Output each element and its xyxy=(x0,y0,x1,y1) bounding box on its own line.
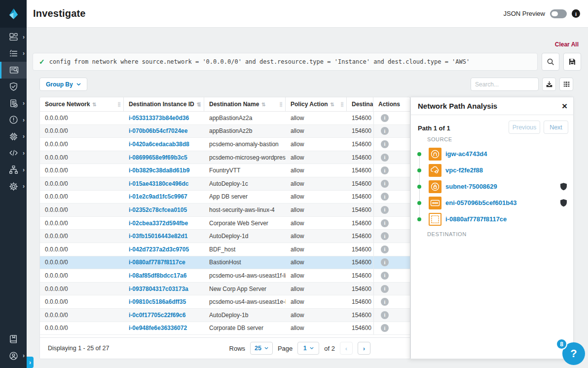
column-header-destination-instance-id[interactable]: Destination Instance ID ⇅⣿ xyxy=(124,97,204,111)
table-row[interactable]: 0.0.0.0/0 i-053313373b84e0d36 appBastion… xyxy=(40,112,410,125)
table-search-input[interactable] xyxy=(475,81,551,88)
run-search-button[interactable] xyxy=(542,53,559,71)
instance-id-link[interactable]: i-03fb15016443e82d1 xyxy=(129,233,187,240)
table-row[interactable]: 0.0.0.0/0 i-0937804317c03173a New Corp A… xyxy=(40,283,410,296)
resource-link[interactable]: eni-057096b5cef601b43 xyxy=(445,199,517,206)
instance-id-link[interactable]: i-0b3829c38da8d61b9 xyxy=(129,167,189,174)
sidebar-item-user-profile[interactable]: › xyxy=(0,347,27,364)
sidebar-item-settings-gear[interactable]: › xyxy=(0,178,27,195)
table-row[interactable]: 0.0.0.0/0 i-0b3829c38da8d61b9 FountryVTT… xyxy=(40,164,410,177)
instance-id-link[interactable]: i-070b06b54cf7024ee xyxy=(129,127,187,134)
table-row[interactable]: 0.0.0.0/0 i-08af85df8bdcc17a6 pcsdemo-us… xyxy=(40,269,410,283)
sidebar-item-investigate[interactable] xyxy=(0,62,27,79)
instance-id-link[interactable]: i-0420a6cedacab38d8 xyxy=(129,141,189,148)
next-page-button[interactable]: › xyxy=(358,342,370,355)
sidebar-item-compute-chip[interactable]: › xyxy=(0,128,27,145)
resource-link[interactable]: i-0880af7787f8117ce xyxy=(445,215,507,223)
cell-destination: 154600 xyxy=(347,243,373,256)
column-header-policy-action[interactable]: Policy Action ⇅⣿ xyxy=(286,97,347,111)
drag-handle-icon[interactable]: ⣿ xyxy=(117,102,120,107)
info-icon[interactable]: i xyxy=(381,324,389,332)
instance-id-link[interactable]: i-01e2c9ad1fc5c9967 xyxy=(129,193,187,200)
info-icon[interactable]: i xyxy=(381,285,389,293)
info-icon[interactable]: i xyxy=(381,206,389,214)
path-next-button[interactable]: Next xyxy=(544,121,568,134)
info-icon[interactable]: i xyxy=(381,245,389,253)
info-icon[interactable]: i xyxy=(381,272,389,280)
sidebar-item-network-topology[interactable]: › xyxy=(0,162,27,178)
info-icon[interactable]: i xyxy=(381,154,389,162)
table-row[interactable]: 0.0.0.0/0 i-0c0f17705c22f69c6 AutoDeploy… xyxy=(40,309,410,322)
sidebar-item-runbooks[interactable]: › xyxy=(0,45,27,62)
table-row[interactable]: 0.0.0.0/0 i-08699658e9f69b3c5 pcsdemo-mi… xyxy=(40,151,410,164)
info-icon[interactable]: i xyxy=(381,232,389,240)
sidebar-item-shield-check[interactable] xyxy=(0,79,27,95)
info-icon[interactable]: i xyxy=(381,193,389,201)
column-settings-button[interactable] xyxy=(559,78,573,91)
instance-id-link[interactable]: i-0e948fe6e36336072 xyxy=(129,325,187,331)
column-label: Destination Name xyxy=(209,101,259,108)
info-icon[interactable]: i xyxy=(381,298,389,306)
instance-id-link[interactable]: i-042d7237a2d3c9705 xyxy=(129,246,189,253)
drag-handle-icon[interactable]: ⣿ xyxy=(340,102,343,107)
instance-id-link[interactable]: i-053313373b84e0d36 xyxy=(129,115,189,122)
instance-id-link[interactable]: i-02352c78cfcea0105 xyxy=(129,206,187,213)
info-icon[interactable]: i xyxy=(381,180,389,188)
resource-link[interactable]: igw-ac4743d4 xyxy=(445,150,487,158)
table-row[interactable]: 0.0.0.0/0 i-02cbea3372d594fbe Corporate … xyxy=(40,217,410,230)
sidebar-expand-button[interactable]: › xyxy=(27,357,34,368)
info-icon[interactable]: i xyxy=(381,127,389,135)
save-search-button[interactable] xyxy=(563,53,581,71)
instance-id-link[interactable]: i-0c0f17705c22f69c6 xyxy=(129,312,185,319)
table-row[interactable]: 0.0.0.0/0 i-0880af7787f8117ce BastionHos… xyxy=(40,256,410,270)
instance-id-link[interactable]: i-02cbea3372d594fbe xyxy=(129,220,188,227)
drag-handle-icon[interactable]: ⣿ xyxy=(198,102,201,107)
group-by-button[interactable]: Group By xyxy=(39,78,87,91)
table-row[interactable]: 0.0.0.0/0 i-0e948fe6e36336072 Corporate … xyxy=(40,322,410,335)
query-input[interactable]: ✓ config from network where source.netwo… xyxy=(33,53,538,71)
drag-handle-icon[interactable]: ⣿ xyxy=(279,102,282,107)
clear-all-button[interactable]: Clear All xyxy=(555,41,579,48)
table-row[interactable]: 0.0.0.0/0 i-09810c5186a6dff35 pcsdemo-us… xyxy=(40,295,410,309)
sidebar-item-compliance-doc[interactable]: › xyxy=(0,95,27,112)
table-row[interactable]: 0.0.0.0/0 i-0420a6cedacab38d8 pcsdemo-an… xyxy=(40,138,410,151)
path-previous-button[interactable]: Previous xyxy=(509,121,540,134)
info-icon[interactable]: i xyxy=(381,311,389,319)
table-row[interactable]: 0.0.0.0/0 i-02352c78cfcea0105 host-secur… xyxy=(40,204,410,217)
instance-id-link[interactable]: i-08699658e9f69b3c5 xyxy=(129,154,187,161)
sidebar-item-docs-book[interactable] xyxy=(0,331,27,348)
sidebar-item-code[interactable]: › xyxy=(0,145,27,162)
info-icon[interactable]: i xyxy=(381,219,389,227)
previous-page-button[interactable]: ‹ xyxy=(340,342,353,355)
table-header-row: Source Network ⇅⣿ Destination Instance I… xyxy=(40,97,410,112)
table-row[interactable]: 0.0.0.0/0 i-03fb15016443e82d1 AutoDeploy… xyxy=(40,230,410,243)
column-header-destination-name[interactable]: Destination Name ⇅⣿ xyxy=(204,97,286,111)
table-row[interactable]: 0.0.0.0/0 i-015ae43180ce496dc AutoDeploy… xyxy=(40,177,410,191)
instance-id-link[interactable]: i-08af85df8bdcc17a6 xyxy=(129,272,186,279)
sidebar-item-dashboard[interactable]: › xyxy=(0,29,27,45)
rows-per-page-select[interactable]: 25 xyxy=(250,342,273,355)
table-row[interactable]: 0.0.0.0/0 i-042d7237a2d3c9705 BDF_host a… xyxy=(40,243,410,256)
instance-id-link[interactable]: i-0937804317c03173a xyxy=(129,286,188,292)
resource-link[interactable]: vpc-f2fe2f88 xyxy=(445,166,483,174)
instance-id-link[interactable]: i-09810c5186a6dff35 xyxy=(129,298,186,305)
table-row[interactable]: 0.0.0.0/0 i-070b06b54cf7024ee appBastion… xyxy=(40,125,410,138)
page-select[interactable]: 1 xyxy=(297,342,319,355)
info-icon[interactable]: i xyxy=(572,9,580,18)
displaying-label: Displaying 1 - 25 of 27 xyxy=(48,345,109,352)
column-header-source-network[interactable]: Source Network ⇅⣿ xyxy=(40,97,124,111)
info-icon[interactable]: i xyxy=(381,166,389,174)
info-icon[interactable]: i xyxy=(381,258,389,266)
info-icon[interactable]: i xyxy=(381,140,389,148)
json-preview-toggle[interactable] xyxy=(550,9,567,18)
info-icon[interactable]: i xyxy=(381,114,389,122)
close-icon[interactable]: × xyxy=(562,101,567,111)
download-button[interactable] xyxy=(542,78,556,91)
app-window: › › › › › › › › › › xyxy=(0,0,588,368)
sidebar-item-alerts[interactable]: › xyxy=(0,112,27,128)
cell-policy-action: allow xyxy=(286,112,347,124)
instance-id-link[interactable]: i-0880af7787f8117ce xyxy=(129,259,185,266)
instance-id-link[interactable]: i-015ae43180ce496dc xyxy=(129,180,188,187)
resource-link[interactable]: subnet-75008629 xyxy=(445,183,497,190)
table-row[interactable]: 0.0.0.0/0 i-01e2c9ad1fc5c9967 App DB ser… xyxy=(40,191,410,204)
